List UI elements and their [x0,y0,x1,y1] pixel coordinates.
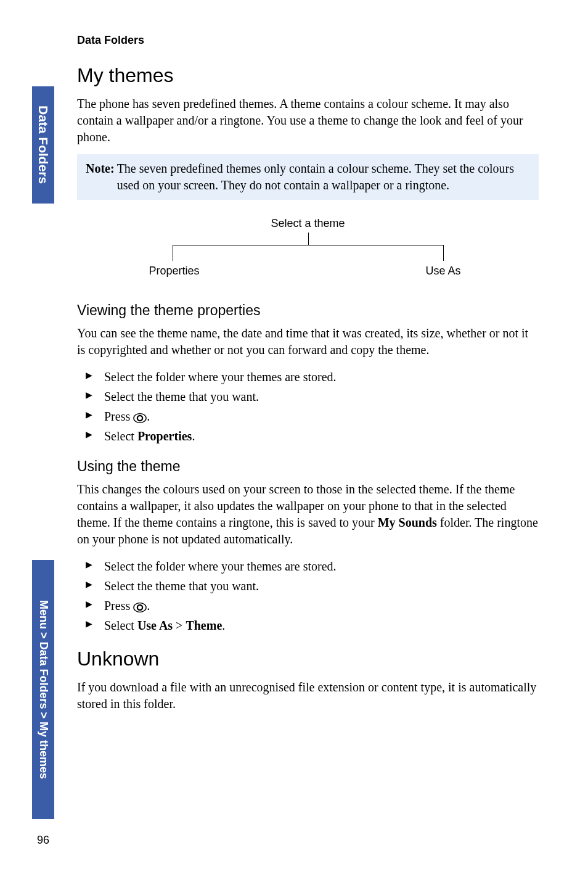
using-theme-paragraph: This changes the colours used on your sc… [77,481,539,548]
heading-viewing-properties: Viewing the theme properties [77,302,539,319]
list-item: Press . [93,406,539,426]
step-text: Press [104,599,133,612]
list-item: Select the theme that you want. [93,387,539,406]
running-head: Data Folders [77,34,539,47]
diagram-root: Select a theme [173,217,444,230]
page-content: Data Folders My themes The phone has sev… [77,0,539,712]
step-bold: Properties [137,429,192,443]
diagram: Select a theme Properties Use As [77,217,539,278]
heading-unknown: Unknown [77,648,539,670]
step-text: . [147,599,150,612]
heading-my-themes: My themes [77,64,539,87]
svg-point-1 [137,416,142,421]
page-number: 96 [37,834,49,847]
diagram-leaf-properties: Properties [149,265,200,278]
list-item: Select Use As > Theme. [93,616,539,635]
side-tab-breadcrumb: Menu > Data Folders > My themes [32,560,54,819]
diagram-connectors [173,233,444,261]
note-text: The seven predefined themes only contain… [117,160,530,194]
side-tab-section: Data Folders [32,86,54,204]
step-text: Press [104,410,133,423]
svg-point-3 [137,605,142,610]
note-label: Note: [86,160,117,194]
list-item: Select the folder where your themes are … [93,556,539,576]
list-item: Select the theme that you want. [93,576,539,596]
list-item: Select Properties. [93,426,539,446]
step-text: . [222,619,225,632]
list-item: Press . [93,596,539,616]
ok-button-icon [133,411,147,424]
ok-button-icon [133,600,147,614]
viewing-properties-paragraph: You can see the theme name, the date and… [77,325,539,358]
step-text: > [173,619,186,632]
list-item: Select the folder where your themes are … [93,367,539,387]
note-box: Note: The seven predefined themes only c… [77,154,539,200]
step-bold: Theme [186,619,222,632]
step-bold: Use As [137,619,173,632]
para-bold: My Sounds [378,516,437,529]
steps-list: Select the folder where your themes are … [77,556,539,635]
diagram-leaf-use-as: Use As [425,265,460,278]
step-text: . [192,429,195,443]
intro-paragraph: The phone has seven predefined themes. A… [77,96,539,146]
step-text: Select [104,429,137,443]
step-text: . [147,410,150,423]
unknown-paragraph: If you download a file with an unrecogni… [77,679,539,712]
step-text: Select [104,619,137,632]
steps-list: Select the folder where your themes are … [77,367,539,446]
heading-using-theme: Using the theme [77,458,539,475]
